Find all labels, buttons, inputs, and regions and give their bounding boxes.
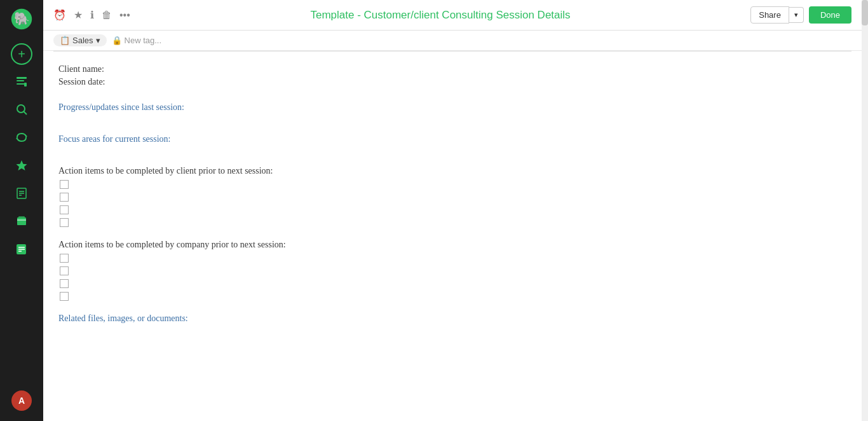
shortcuts-icon[interactable]: [10, 154, 33, 177]
new-tag-label: New tag...: [125, 36, 162, 45]
client-checkboxes: [60, 180, 846, 227]
sales-tag[interactable]: 📋 Sales ▾: [53, 34, 107, 46]
svg-rect-3: [17, 80, 24, 81]
sales-tag-chevron: ▾: [96, 36, 100, 45]
svg-rect-4: [17, 83, 25, 85]
main-area: ⏰ ★ ℹ 🗑 ••• Template - Customer/client C…: [43, 0, 862, 421]
client-checkbox-box-3[interactable]: [60, 205, 69, 214]
company-checkbox-box-1[interactable]: [60, 254, 69, 263]
action-client-label: Action items to be completed by client p…: [58, 166, 846, 176]
new-tag-button[interactable]: 🔒 New tag...: [112, 36, 162, 45]
company-checkbox-box-4[interactable]: [60, 292, 69, 301]
info-icon[interactable]: ℹ: [90, 9, 94, 21]
avatar[interactable]: A: [11, 390, 32, 411]
focus-label: Focus areas for current session:: [58, 134, 846, 144]
progress-label: Progress/updates since last session:: [58, 102, 846, 113]
sidebar: 🐘 +: [0, 0, 43, 421]
topbar-actions: Share ▾ Done: [750, 6, 851, 24]
client-name-label: Client name:: [58, 64, 846, 74]
more-icon[interactable]: •••: [119, 10, 130, 21]
star-icon[interactable]: ★: [74, 9, 83, 21]
share-button[interactable]: Share: [750, 6, 789, 24]
svg-line-7: [24, 112, 27, 115]
company-checkbox-2[interactable]: [60, 266, 846, 275]
client-checkbox-3[interactable]: [60, 205, 846, 214]
topbar: ⏰ ★ ℹ 🗑 ••• Template - Customer/client C…: [43, 0, 862, 31]
note-content: Client name: Session date: Progress/upda…: [43, 52, 862, 421]
client-checkbox-box-2[interactable]: [60, 193, 69, 202]
client-checkbox-box-1[interactable]: [60, 180, 69, 189]
scrollbar-track[interactable]: [862, 0, 868, 421]
company-checkbox-box-3[interactable]: [60, 279, 69, 288]
client-checkbox-4[interactable]: [60, 218, 846, 227]
svg-point-6: [17, 105, 25, 113]
app-logo[interactable]: 🐘: [10, 8, 33, 31]
svg-rect-15: [17, 217, 26, 225]
page-title: Template - Customer/client Consulting Se…: [130, 9, 750, 22]
share-dropdown-button[interactable]: ▾: [789, 7, 804, 23]
svg-rect-16: [18, 216, 25, 218]
alarm-icon[interactable]: ⏰: [53, 9, 66, 21]
scrollbar-thumb[interactable]: [862, 0, 868, 25]
tagbar: 📋 Sales ▾ 🔒 New tag...: [43, 31, 862, 51]
company-checkbox-4[interactable]: [60, 292, 846, 301]
sidebar-bottom: A: [11, 385, 32, 416]
search-icon[interactable]: [10, 98, 33, 121]
session-date-label: Session date:: [58, 77, 846, 87]
tags-icon[interactable]: [10, 238, 33, 261]
notes-list-icon[interactable]: [10, 70, 33, 93]
sync-icon[interactable]: [10, 126, 33, 149]
client-checkbox-1[interactable]: [60, 180, 846, 189]
notebooks-icon[interactable]: [10, 210, 33, 233]
notes-icon[interactable]: [10, 182, 33, 205]
svg-text:🐘: 🐘: [14, 11, 30, 26]
client-checkbox-box-4[interactable]: [60, 218, 69, 227]
svg-rect-5: [24, 83, 27, 86]
new-note-button[interactable]: +: [11, 43, 32, 65]
lock-icon: 🔒: [112, 36, 122, 45]
svg-marker-10: [17, 160, 27, 170]
client-checkbox-2[interactable]: [60, 193, 846, 202]
company-checkboxes: [60, 254, 846, 301]
sales-tag-label: Sales: [72, 36, 93, 45]
trash-icon[interactable]: 🗑: [102, 10, 112, 21]
company-checkbox-3[interactable]: [60, 279, 846, 288]
svg-rect-2: [17, 77, 27, 79]
done-button[interactable]: Done: [809, 6, 851, 24]
company-checkbox-1[interactable]: [60, 254, 846, 263]
tag-list-icon: 📋: [60, 36, 70, 45]
action-company-label: Action items to be completed by company …: [58, 240, 846, 250]
company-checkbox-box-2[interactable]: [60, 266, 69, 275]
related-files-label: Related files, images, or documents:: [58, 314, 846, 324]
toolbar-icons: ⏰ ★ ℹ 🗑 •••: [53, 9, 130, 21]
